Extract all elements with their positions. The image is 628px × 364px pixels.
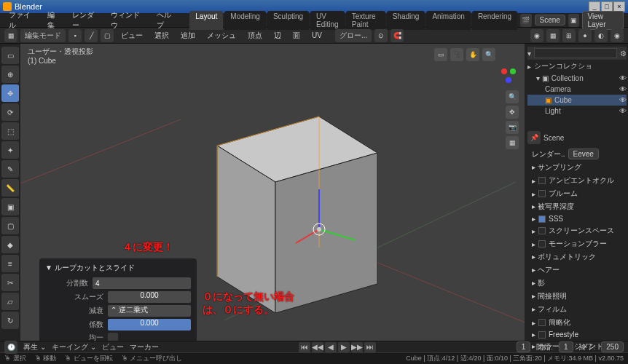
vp-zoom-icon[interactable]: 🔍 xyxy=(482,48,495,61)
scene-icon[interactable]: 🎬 xyxy=(520,14,532,27)
menu-render[interactable]: レンダー xyxy=(68,9,103,32)
nav-grid-icon[interactable]: ▦ xyxy=(506,136,519,149)
filter-icon[interactable]: ▾ xyxy=(527,50,531,58)
view-menu[interactable]: ビュー xyxy=(117,29,147,42)
prop-section[interactable]: ▸ 簡略化 xyxy=(527,316,627,329)
prop-section[interactable]: ▸ サンプリング xyxy=(527,161,627,174)
sel-face-icon[interactable]: ▢ xyxy=(101,29,114,42)
collection-label[interactable]: Collection xyxy=(552,74,584,82)
annotate-tool[interactable]: ✎ xyxy=(1,160,19,178)
panel-title[interactable]: ▼ ループカットとスライド xyxy=(45,263,191,273)
spin-tool[interactable]: ↻ xyxy=(1,312,19,329)
measure-tool[interactable]: 📏 xyxy=(1,179,19,197)
knife-tool[interactable]: ✂ xyxy=(1,274,19,291)
tab-animation[interactable]: Animation xyxy=(426,11,470,30)
mode-dropdown[interactable]: 編集モード xyxy=(20,29,66,42)
tl-view[interactable]: ビュー xyxy=(102,342,124,352)
scene-collection-label[interactable]: シーンコレクショ xyxy=(534,61,592,71)
prop-section[interactable]: ▸ ボリュメトリック xyxy=(527,250,627,264)
select-tool[interactable]: ▭ xyxy=(1,47,19,64)
shading-rendered-icon[interactable]: ◉ xyxy=(611,29,624,42)
loopcut-tool[interactable]: ≡ xyxy=(1,255,19,272)
viewlayer-field[interactable]: View Layer xyxy=(582,11,624,30)
sel-edge-icon[interactable]: ╱ xyxy=(85,29,98,42)
scene-field[interactable]: Scene xyxy=(535,15,565,25)
polybuild-tool[interactable]: ▱ xyxy=(1,293,19,310)
tl-end[interactable]: 250 xyxy=(601,341,624,352)
prop-section[interactable]: ▸ ヘアー xyxy=(527,264,627,277)
overlay-toggle-icon[interactable]: ◉ xyxy=(530,29,543,42)
prop-section[interactable]: ▸ フィルム xyxy=(527,303,627,316)
prop-section[interactable]: ▸ 影 xyxy=(527,277,627,290)
factor-field[interactable]: 0.000 xyxy=(108,319,191,331)
light-item[interactable]: Light xyxy=(545,107,561,115)
prop-section[interactable]: ▸ Freestyle xyxy=(527,329,627,340)
orientation-dropdown[interactable]: グロー... xyxy=(335,29,372,42)
sel-vert-icon[interactable]: ▪ xyxy=(68,29,82,42)
tl-jump-start-icon[interactable]: ⏮ xyxy=(299,342,310,352)
scale-tool[interactable]: ⬚ xyxy=(1,122,19,140)
shading-matcap-icon[interactable]: ◐ xyxy=(594,29,608,42)
tab-layout[interactable]: Layout xyxy=(189,11,223,30)
tl-keying[interactable]: キーイング ⌄ xyxy=(52,342,96,352)
viewlayer-icon[interactable]: ▣ xyxy=(568,14,580,27)
vertex-menu[interactable]: 頂点 xyxy=(243,29,267,42)
prop-section[interactable]: ▸ モーションブラー xyxy=(527,237,627,250)
prop-section[interactable]: ▸ アンビエントオクル xyxy=(527,174,627,187)
tl-play-rev-icon[interactable]: ◀ xyxy=(325,342,337,352)
gizmo-z-icon[interactable] xyxy=(506,77,511,83)
viewport-3d[interactable]: ユーザー・透視投影 (1) Cube ▭ 🎥 ✋ 🔍 🔍 ✥ 📷 ▦ xyxy=(20,44,525,341)
xray-icon[interactable]: ▦ xyxy=(546,29,560,42)
vp-hand-icon[interactable]: ✋ xyxy=(466,48,479,61)
prop-section[interactable]: ▸ 間接照明 xyxy=(527,290,627,303)
props-pin-icon[interactable]: 📌 xyxy=(527,131,541,144)
tab-sculpting[interactable]: Sculpting xyxy=(267,11,309,30)
prop-section[interactable]: ▸ SSS xyxy=(527,213,627,224)
even-checkbox[interactable] xyxy=(108,333,118,341)
vp-camera-icon[interactable]: ▭ xyxy=(434,48,447,61)
transform-tool[interactable]: ✦ xyxy=(1,141,19,159)
tl-playback[interactable]: 再生 ⌄ xyxy=(23,342,46,352)
prop-section[interactable]: ▸ ブルーム xyxy=(527,187,627,200)
cube-vis-icon[interactable]: 👁 xyxy=(619,96,627,104)
nav-gizmo[interactable] xyxy=(498,66,519,86)
nav-pan-icon[interactable]: ✥ xyxy=(506,106,519,119)
smooth-field[interactable]: 0.000 xyxy=(108,291,191,303)
gizmo-y-icon[interactable] xyxy=(510,68,516,74)
menu-file[interactable]: ファイル xyxy=(4,9,40,32)
add-menu[interactable]: 追加 xyxy=(176,29,200,42)
move-tool[interactable]: ✥ xyxy=(1,84,19,102)
visibility-icon[interactable]: 👁 xyxy=(619,74,627,82)
tl-current[interactable]: 1 xyxy=(517,341,531,352)
prop-section[interactable]: ▸ スクリーンスペース xyxy=(527,224,627,237)
vp-render-icon[interactable]: 🎥 xyxy=(450,48,463,61)
select-menu[interactable]: 選択 xyxy=(150,29,173,42)
tab-modeling[interactable]: Modeling xyxy=(224,11,266,30)
timeline-editor-icon[interactable]: 🕐 xyxy=(4,341,17,354)
editor-type-icon[interactable]: ▦ xyxy=(4,29,17,42)
bevel-tool[interactable]: ◆ xyxy=(1,236,19,253)
inset-tool[interactable]: ▢ xyxy=(1,217,19,234)
outliner-search[interactable] xyxy=(534,48,617,58)
face-menu[interactable]: 面 xyxy=(289,29,305,42)
tl-jump-end-icon[interactable]: ⏭ xyxy=(364,342,376,352)
tab-shading[interactable]: Shading xyxy=(387,11,425,30)
tl-next-key-icon[interactable]: ▶▶ xyxy=(351,342,363,352)
shading-solid-icon[interactable]: ● xyxy=(578,29,592,42)
cursor-tool[interactable]: ⊕ xyxy=(1,66,19,83)
tab-rendering[interactable]: Rendering xyxy=(472,11,517,30)
render-engine-dropdown[interactable]: Eevee xyxy=(568,149,599,159)
menu-edit[interactable]: 編集 xyxy=(43,9,65,32)
shading-wire-icon[interactable]: ⊞ xyxy=(562,29,576,42)
tl-play-icon[interactable]: ▶ xyxy=(338,342,350,352)
cam-vis-icon[interactable]: 👁 xyxy=(619,85,627,93)
tl-prev-key-icon[interactable]: ◀◀ xyxy=(312,342,323,352)
tl-start[interactable]: 1 xyxy=(559,341,573,352)
camera-item[interactable]: Camera xyxy=(545,85,571,93)
pivot-icon[interactable]: ⊙ xyxy=(374,29,388,42)
falloff-dropdown[interactable]: ⌃ 逆二乗式 xyxy=(108,305,191,317)
gizmo-x-icon[interactable] xyxy=(501,68,507,74)
light-vis-icon[interactable]: 👁 xyxy=(619,107,627,115)
tl-marker[interactable]: マーカー xyxy=(130,342,159,352)
tab-uv[interactable]: UV Editing xyxy=(310,11,345,30)
